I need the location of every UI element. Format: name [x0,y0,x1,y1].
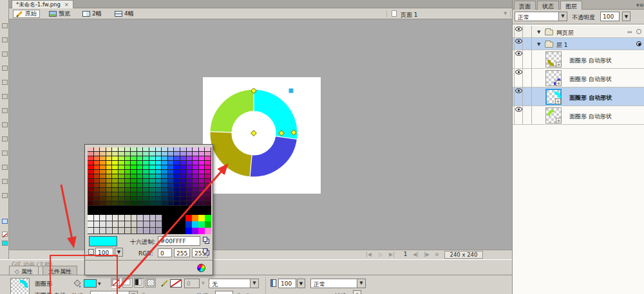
color-swatch[interactable] [100,201,106,206]
color-swatch[interactable] [156,156,162,161]
lock-cell[interactable] [523,106,532,124]
chevron-down-icon[interactable]: ▼ [297,279,305,288]
color-swatch[interactable] [88,197,94,201]
color-swatch[interactable] [199,174,205,179]
color-swatch[interactable] [100,147,106,152]
color-swatch[interactable] [125,161,131,165]
color-swatch[interactable] [193,183,199,188]
color-swatch[interactable] [137,221,144,228]
color-swatch[interactable] [180,201,187,206]
tool-icon[interactable] [2,23,8,28]
color-swatch[interactable] [113,215,119,221]
color-swatch[interactable] [149,152,156,156]
color-swatch[interactable] [131,170,137,174]
color-swatch[interactable] [112,192,118,197]
color-swatch[interactable] [106,165,113,170]
color-swatch[interactable] [162,183,168,188]
color-swatch[interactable] [112,147,118,152]
color-swatch[interactable] [205,228,211,234]
page-selector[interactable]: 页面 1 [401,11,418,19]
black-swatch-band[interactable] [88,206,211,215]
color-swatch[interactable] [94,215,100,221]
color-swatch[interactable] [94,221,100,228]
color-swatch[interactable] [192,228,198,234]
color-swatch[interactable] [180,192,187,197]
color-swatch[interactable] [187,156,193,161]
color-swatch[interactable] [205,221,211,228]
color-swatch[interactable] [94,183,100,188]
color-swatch[interactable] [131,147,137,152]
color-swatch[interactable] [125,188,131,192]
color-swatch[interactable] [118,188,125,192]
color-swatch[interactable] [112,174,118,179]
color-swatch[interactable] [174,165,180,170]
color-swatch[interactable] [94,179,100,183]
copy-icon[interactable] [203,237,210,244]
color-swatch[interactable] [106,156,113,161]
color-swatch[interactable] [205,161,211,165]
color-swatch[interactable] [162,188,168,192]
color-swatch[interactable] [112,183,118,188]
color-swatch[interactable] [118,197,125,201]
color-swatch[interactable] [125,156,131,161]
color-swatch[interactable] [205,152,211,156]
original-view-button[interactable]: 原始 [13,10,40,18]
stroke-color-swatch[interactable] [170,279,182,288]
color-swatch[interactable] [174,170,180,174]
lock-cell[interactable] [523,50,532,68]
color-swatch[interactable] [162,170,168,174]
color-swatch[interactable] [113,228,119,234]
document-tab[interactable]: *未命名-1.fw.png× [12,0,73,8]
color-swatch[interactable] [94,165,100,170]
tool-icon[interactable] [2,51,8,57]
color-swatch[interactable] [192,221,198,228]
play-icon[interactable]: ▷ [379,252,383,257]
color-swatch[interactable] [156,179,162,183]
color-swatch[interactable] [156,188,162,192]
color-swatch[interactable] [192,215,198,221]
color-swatch[interactable] [187,170,193,174]
color-swatch[interactable] [118,179,125,183]
color-swatch[interactable] [137,170,144,174]
preview-view-button[interactable]: 预览 [46,10,73,18]
color-swatch[interactable] [125,147,131,152]
color-swatch[interactable] [193,161,199,165]
color-swatch[interactable] [187,197,193,201]
color-swatch[interactable] [168,188,175,192]
color-swatch[interactable] [168,201,175,206]
color-swatch[interactable] [100,215,106,221]
color-swatch[interactable] [174,197,180,201]
color-swatch[interactable] [88,201,94,206]
rgb-g-field[interactable]: 255 [174,248,190,257]
color-swatch[interactable] [199,197,205,201]
color-swatch[interactable] [106,170,113,174]
tool-icon[interactable] [2,136,8,142]
color-swatch[interactable] [118,183,125,188]
color-swatch[interactable] [198,215,205,221]
color-swatch[interactable] [137,228,144,234]
first-frame-icon[interactable]: |◀ [366,252,372,257]
object-opacity-field[interactable]: 100 [278,279,296,288]
color-swatch[interactable] [100,165,106,170]
color-swatch[interactable] [149,174,156,179]
color-swatch[interactable] [112,188,118,192]
color-swatch[interactable] [187,201,193,206]
color-swatch[interactable] [174,174,180,179]
color-swatch[interactable] [118,156,125,161]
color-swatch[interactable] [125,165,131,170]
donut-segment-olive[interactable] [221,132,251,166]
color-swatch[interactable] [88,174,94,179]
donut-segment-green[interactable] [221,100,254,132]
color-swatch[interactable] [156,165,162,170]
color-swatch[interactable] [88,228,94,234]
selection-handle[interactable] [289,89,294,93]
color-swatch[interactable] [118,161,125,165]
color-swatch[interactable] [100,183,106,188]
color-swatch[interactable] [199,165,205,170]
rgb-r-field[interactable]: 0 [158,248,172,257]
chevron-down-icon[interactable]: ▼ [357,279,365,288]
stroke-type-dropdown[interactable]: 无▼ [209,279,259,288]
color-swatch[interactable] [156,215,162,221]
tool-icon[interactable] [2,66,8,71]
color-swatch[interactable] [125,192,131,197]
